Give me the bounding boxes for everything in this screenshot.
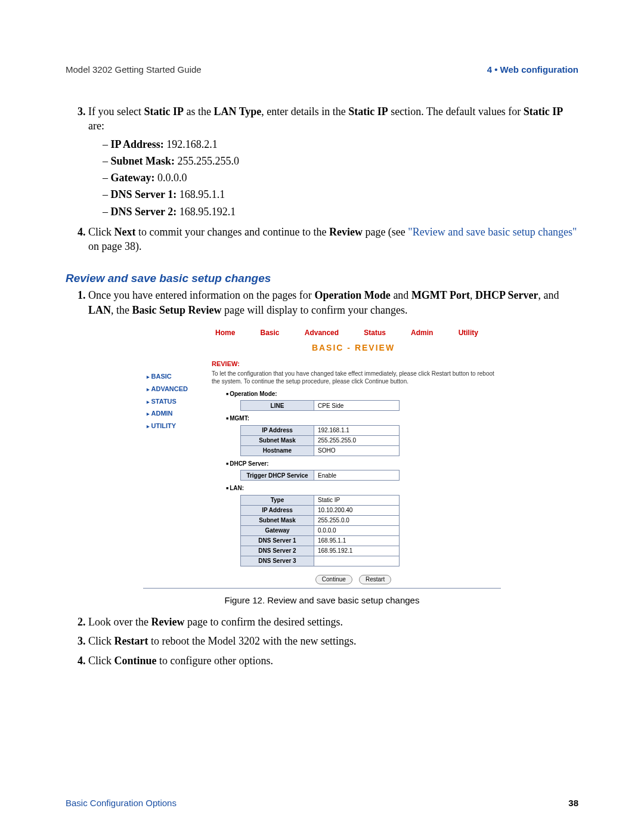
text: page (see: [363, 226, 408, 238]
list-item: Subnet Mask: 255.255.255.0: [103, 154, 578, 168]
text: Click: [88, 655, 114, 667]
continue-button[interactable]: Continue: [315, 575, 352, 584]
text: Look over the: [88, 616, 151, 628]
label: Gateway:: [111, 172, 155, 184]
panel-title: BASIC - REVIEW: [212, 342, 495, 354]
text: , the: [111, 304, 132, 316]
table-row: Trigger DHCP ServiceEnable: [241, 470, 400, 481]
sidebar-item-advanced[interactable]: ADVANCED: [147, 385, 212, 394]
cell-key: Subnet Mask: [241, 435, 314, 445]
steps-list-c: Look over the Review page to confirm the…: [66, 615, 578, 668]
block-title-mgmt: MGMT:: [226, 414, 495, 423]
figure-caption: Figure 12. Review and save basic setup c…: [143, 594, 501, 606]
value: 192.168.2.1: [164, 138, 218, 150]
page: Model 3202 Getting Started Guide 4 • Web…: [0, 0, 644, 833]
embedded-ui: BASIC ADVANCED STATUS ADMIN UTILITY Home…: [143, 326, 501, 589]
xref-link[interactable]: "Review and save basic setup changes": [408, 226, 577, 238]
table-opmode: LINECPE Side: [240, 400, 400, 411]
list-item: IP Address: 192.168.2.1: [103, 137, 578, 151]
list-item: Gateway: 0.0.0.0: [103, 171, 578, 185]
sidebar-item-status[interactable]: STATUS: [147, 397, 212, 406]
ui-main: Home Basic Advanced Status Admin Utility…: [212, 326, 501, 588]
block-title-opmode: Operation Mode:: [226, 390, 495, 398]
step-2b: Look over the Review page to confirm the…: [88, 615, 578, 629]
sidebar: BASIC ADVANCED STATUS ADMIN UTILITY: [143, 326, 212, 588]
text-bold: Static IP: [144, 106, 184, 117]
cell-val: CPE Side: [314, 401, 400, 411]
list-item: DNS Server 2: 168.95.192.1: [103, 205, 578, 219]
defaults-list: IP Address: 192.168.2.1 Subnet Mask: 255…: [88, 137, 578, 219]
text: Once you have entered information on the…: [88, 289, 314, 301]
table-lan: TypeStatic IP IP Address10.10.200.40 Sub…: [240, 495, 400, 566]
text: and: [391, 289, 411, 301]
table-row: IP Address10.10.200.40: [241, 505, 400, 515]
restart-button[interactable]: Restart: [359, 575, 391, 584]
tab-admin[interactable]: Admin: [411, 328, 433, 337]
text-bold: Review: [151, 616, 184, 628]
text-bold: Continue: [114, 655, 157, 667]
cell-val: 168.95.1.1: [314, 535, 400, 546]
cell-key: IP Address: [241, 425, 314, 435]
list-item: DNS Server 1: 168.95.1.1: [103, 187, 578, 202]
table-mgmt: IP Address192.168.1.1 Subnet Mask255.255…: [240, 425, 400, 456]
tab-basic[interactable]: Basic: [261, 328, 280, 337]
footer-left: Basic Configuration Options: [66, 798, 177, 808]
table-row: LINECPE Side: [241, 401, 400, 411]
text-bold: Next: [114, 226, 136, 238]
cell-val: 10.10.200.40: [314, 505, 400, 515]
text: ,: [470, 289, 475, 301]
text-bold: Operation Mode: [314, 289, 391, 301]
cell-val: [314, 556, 400, 566]
review-label: REVIEW:: [212, 360, 495, 368]
text-bold: MGMT Port: [411, 289, 470, 301]
header-left: Model 3202 Getting Started Guide: [66, 64, 202, 75]
text: to reboot the Model 3202 with the new se…: [148, 635, 356, 647]
footer: Basic Configuration Options 38: [66, 798, 578, 808]
text: section. The default values for: [388, 106, 524, 117]
cell-val: SOHO: [314, 445, 400, 456]
cell-val: 192.168.1.1: [314, 425, 400, 435]
sidebar-item-admin[interactable]: ADMIN: [147, 409, 212, 418]
tab-utility[interactable]: Utility: [459, 328, 478, 337]
table-dhcp: Trigger DHCP ServiceEnable: [240, 470, 400, 481]
table-row: DNS Server 3: [241, 556, 400, 566]
sidebar-item-basic[interactable]: BASIC: [147, 372, 212, 381]
table-row: Subnet Mask255.255.0.0: [241, 515, 400, 525]
table-row: Subnet Mask255.255.255.0: [241, 435, 400, 445]
tab-home[interactable]: Home: [215, 328, 235, 337]
header-right: 4 • Web configuration: [487, 64, 578, 75]
cell-key: DNS Server 2: [241, 546, 314, 556]
text: page will display to confirm your change…: [222, 304, 408, 316]
cell-val: Enable: [314, 470, 400, 481]
table-row: DNS Server 2168.95.192.1: [241, 546, 400, 556]
sidebar-item-utility[interactable]: UTILITY: [147, 422, 212, 431]
text: , and: [538, 289, 559, 301]
cell-key: DNS Server 1: [241, 535, 314, 546]
text: as the: [184, 106, 213, 117]
body: If you select Static IP as the LAN Type,…: [66, 104, 578, 668]
text: to configure other options.: [157, 655, 273, 667]
text: to commit your changes and continue to t…: [135, 226, 329, 238]
text: on page 38).: [88, 240, 141, 252]
step-4b: Click Continue to configure other option…: [88, 654, 578, 668]
value: 168.95.1.1: [177, 188, 225, 200]
text: Click: [88, 635, 114, 647]
cell-val: 168.95.192.1: [314, 546, 400, 556]
cell-key: Subnet Mask: [241, 515, 314, 525]
table-row: Gateway0.0.0.0: [241, 525, 400, 535]
figure: BASIC ADVANCED STATUS ADMIN UTILITY Home…: [143, 326, 501, 606]
text-bold: Restart: [114, 635, 148, 647]
text: page to confirm the desired settings.: [184, 616, 342, 628]
cell-key: IP Address: [241, 505, 314, 515]
label: Subnet Mask:: [111, 155, 175, 167]
tab-bar: Home Basic Advanced Status Admin Utility: [212, 326, 495, 341]
text: Click: [88, 226, 114, 238]
text: If you select: [88, 106, 144, 117]
steps-list-b: Once you have entered information on the…: [66, 288, 578, 317]
value: 168.95.192.1: [177, 206, 236, 218]
step-3: If you select Static IP as the LAN Type,…: [88, 104, 578, 219]
tab-advanced[interactable]: Advanced: [305, 328, 339, 337]
tab-status[interactable]: Status: [364, 328, 386, 337]
running-header: Model 3202 Getting Started Guide 4 • Web…: [66, 64, 578, 75]
text-bold: LAN: [88, 304, 111, 316]
